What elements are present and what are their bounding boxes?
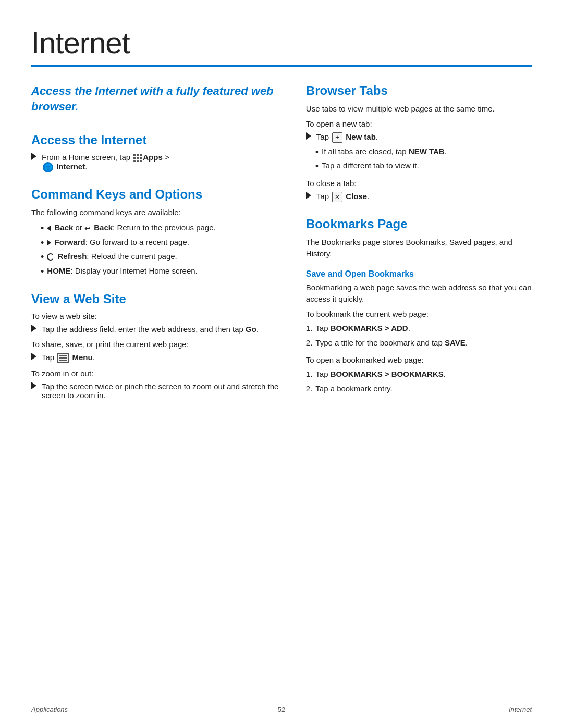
- bullet: •: [41, 266, 44, 278]
- bullet-text-2: Tap a different tab to view it.: [322, 161, 419, 170]
- save-open-title: Save and Open Bookmarks: [306, 269, 532, 279]
- bullet: •: [315, 147, 319, 158]
- step-number: 1.: [306, 323, 313, 335]
- bullet: •: [41, 252, 44, 263]
- list-item: 2. Type a title for the bookmark and tap…: [306, 337, 532, 349]
- browser-title: Browser Tabs: [306, 83, 532, 98]
- list-item: • If all tabs are closed, tap NEW TAB.: [315, 147, 532, 158]
- view-step-1-text: Tap the address field, enter the web add…: [42, 325, 259, 334]
- bullet: •: [41, 223, 44, 235]
- view-label-2: To share, save, or print the current web…: [31, 340, 281, 349]
- view-label-1: To view a web site:: [31, 312, 281, 320]
- open-bookmark-steps: 1. Tap BOOKMARKS > BOOKMARKS. 2. Tap a b…: [306, 368, 532, 395]
- view-step-2: Tap Menu.: [31, 353, 281, 363]
- arrow-icon: [31, 353, 36, 360]
- bullet: •: [315, 161, 319, 172]
- arrow-icon: [306, 192, 311, 199]
- command-section: Command Keys and Options The following c…: [31, 187, 281, 277]
- blue-rule: [31, 65, 532, 67]
- step-number: 1.: [306, 368, 313, 380]
- browser-bullets: • If all tabs are closed, tap NEW TAB. •…: [306, 147, 532, 172]
- open-bookmark-label: To open a bookmarked web page:: [306, 355, 532, 364]
- step-text: Tap a bookmark entry.: [315, 383, 392, 395]
- view-step-3-text: Tap the screen twice or pinch the screen…: [42, 382, 281, 400]
- step-number: 2.: [306, 337, 313, 349]
- cmd-forward: Forward: Go forward to a recent page.: [47, 238, 189, 246]
- arrow-icon: [31, 325, 36, 332]
- intro-text-display: Access the Internet with a fully feature…: [31, 83, 281, 114]
- arrow-icon: [306, 132, 311, 140]
- bookmarks-title: Bookmarks Page: [306, 217, 532, 231]
- left-column: Access the Internet with a fully feature…: [31, 83, 281, 414]
- access-step: From a Home screen, tap Apps >: [31, 153, 281, 172]
- bookmarks-desc: The Bookmarks page stores Bookmarks, Sav…: [306, 237, 532, 260]
- internet-icon: 🌐: [43, 162, 53, 172]
- bookmarks-section: Bookmarks Page The Bookmarks page stores…: [306, 217, 532, 395]
- list-item: 1. Tap BOOKMARKS > BOOKMARKS.: [306, 368, 532, 380]
- save-open-desc: Bookmarking a web page saves the web add…: [306, 282, 532, 305]
- cmd-refresh: Refresh: Reload the current page.: [47, 252, 177, 261]
- command-intro: The following command keys are available…: [31, 207, 281, 219]
- arrow-icon: [31, 153, 36, 160]
- arrow-icon: [31, 382, 36, 389]
- list-item: 1. Tap BOOKMARKS > ADD.: [306, 323, 532, 335]
- list-item: • Tap a different tab to view it.: [315, 161, 532, 172]
- access-step-text: From a Home screen, tap Apps >: [42, 153, 169, 172]
- view-step-1: Tap the address field, enter the web add…: [31, 325, 281, 334]
- cmd-home: HOME: Display your Internet Home screen.: [47, 266, 197, 275]
- refresh-icon: [47, 253, 54, 261]
- bookmark-steps: 1. Tap BOOKMARKS > ADD. 2. Type a title …: [306, 323, 532, 349]
- view-section: View a Web Site To view a web site: Tap …: [31, 292, 281, 400]
- close-icon: ✕: [332, 192, 342, 202]
- step-text: Type a title for the bookmark and tap SA…: [315, 337, 468, 349]
- right-column: Browser Tabs Use tabs to view multiple w…: [306, 83, 532, 414]
- view-label-3: To zoom in or out:: [31, 369, 281, 378]
- access-title: Access the Internet: [31, 133, 281, 147]
- open-tab-label: To open a new tab:: [306, 119, 532, 128]
- menu-icon: [57, 353, 69, 363]
- bookmark-label: To bookmark the current web page:: [306, 310, 532, 318]
- view-step-3: Tap the screen twice or pinch the screen…: [31, 382, 281, 400]
- two-column-layout: Access the Internet with a fully feature…: [31, 83, 532, 414]
- page: Internet Access the Internet with a full…: [0, 0, 563, 446]
- list-item: 2. Tap a bookmark entry.: [306, 383, 532, 395]
- list-item: • Refresh: Reload the current page.: [41, 252, 281, 263]
- footer-center: 52: [278, 706, 285, 713]
- bullet-text-1: If all tabs are closed, tap NEW TAB.: [322, 147, 447, 156]
- close-tab-label: To close a tab:: [306, 179, 532, 188]
- footer-right: Internet: [509, 706, 532, 713]
- step-text: Tap BOOKMARKS > ADD.: [315, 323, 410, 335]
- list-item: • Back or ↩ Back: Return to the previous…: [41, 223, 281, 235]
- step-number: 2.: [306, 383, 313, 395]
- page-title: Internet: [31, 25, 532, 60]
- browser-tabs-section: Browser Tabs Use tabs to view multiple w…: [306, 83, 532, 202]
- new-tab-icon: +: [332, 132, 342, 143]
- access-section: Access the Internet From a Home screen, …: [31, 133, 281, 172]
- list-item: • HOME: Display your Internet Home scree…: [41, 266, 281, 278]
- close-tab-step: Tap ✕ Close.: [306, 192, 532, 202]
- command-title: Command Keys and Options: [31, 187, 281, 202]
- chevron-left-icon: [47, 225, 51, 231]
- chevron-right-icon: [47, 240, 51, 246]
- browser-desc: Use tabs to view multiple web pages at t…: [306, 103, 532, 115]
- bullet: •: [41, 238, 44, 249]
- command-list: • Back or ↩ Back: Return to the previous…: [31, 223, 281, 277]
- back-arrow-icon: ↩: [84, 224, 91, 232]
- step-text: Tap BOOKMARKS > BOOKMARKS.: [315, 368, 446, 380]
- close-tab-text: Tap ✕ Close.: [316, 192, 370, 202]
- open-tab-step: Tap + New tab.: [306, 132, 532, 143]
- view-step-2-text: Tap Menu.: [42, 353, 95, 363]
- list-item: • Forward: Go forward to a recent page.: [41, 238, 281, 249]
- view-title: View a Web Site: [31, 292, 281, 306]
- cmd-back: Back or ↩ Back: Return to the previous p…: [47, 223, 215, 232]
- open-tab-text: Tap + New tab.: [316, 132, 378, 143]
- footer-left: Applications: [31, 706, 68, 713]
